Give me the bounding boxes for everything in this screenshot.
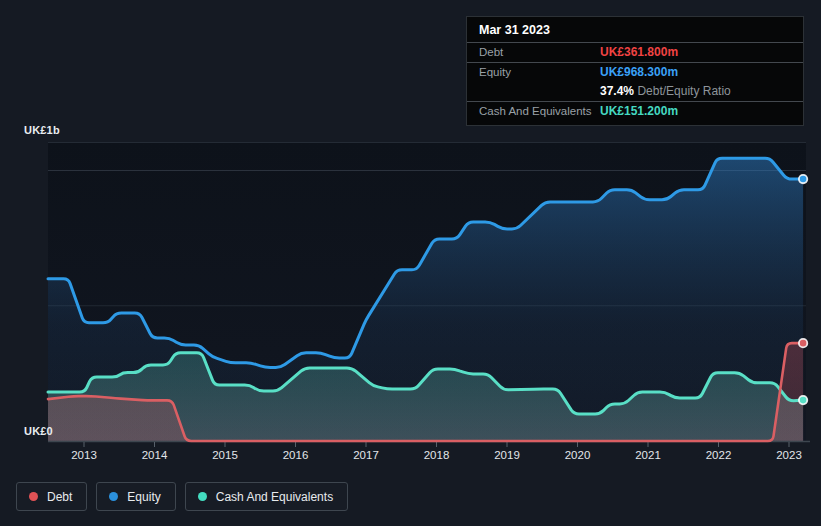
tooltip-cash-label: Cash And Equivalents [479,105,600,117]
x-axis-label-2023: 2023 [767,449,811,461]
y-axis-zero-label: UK£0 [24,425,53,437]
tooltip-cash-value: UK£151.200m [600,104,791,118]
x-axis-label-2021: 2021 [626,449,670,461]
x-axis-label-2013: 2013 [62,449,106,461]
tooltip-debt-label: Debt [479,46,600,58]
tooltip-row-debt: Debt UK£361.800m [467,42,803,62]
tooltip-date: Mar 31 2023 [467,17,803,42]
legend-dot-equity [109,492,118,501]
x-axis-label-2014: 2014 [133,449,177,461]
legend-dot-cash-and-equivalents [198,492,207,501]
x-axis-label-2022: 2022 [697,449,741,461]
chart-root: UK£1b UK£0 20132014201520162017201820192… [0,0,821,526]
endpoint-dot-cash-and-equivalents [799,396,807,404]
chart-tooltip: Mar 31 2023 Debt UK£361.800m Equity UK£9… [466,16,804,126]
x-axis-label-2016: 2016 [274,449,318,461]
tooltip-row-ratio: 37.4% Debt/Equity Ratio [467,82,803,101]
legend-item-cash-and-equivalents[interactable]: Cash And Equivalents [185,482,348,511]
tooltip-ratio-label: Debt/Equity Ratio [637,84,730,98]
legend-item-equity[interactable]: Equity [96,482,175,511]
tooltip-equity-label: Equity [479,66,600,78]
x-axis-label-2017: 2017 [344,449,388,461]
tooltip-row-equity: Equity UK£968.300m [467,62,803,82]
legend: DebtEquityCash And Equivalents [16,482,348,511]
x-axis-label-2019: 2019 [485,449,529,461]
legend-label-debt: Debt [47,490,72,504]
legend-dot-debt [29,492,38,501]
y-axis-max-label: UK£1b [24,124,60,136]
x-axis-label-2018: 2018 [415,449,459,461]
legend-item-debt[interactable]: Debt [16,482,87,511]
tooltip-equity-value: UK£968.300m [600,65,791,79]
tooltip-ratio-value: 37.4% [600,84,634,98]
legend-label-cash-and-equivalents: Cash And Equivalents [216,490,333,504]
endpoint-dot-equity [799,175,807,183]
x-axis-label-2015: 2015 [203,449,247,461]
legend-label-equity: Equity [127,490,160,504]
tooltip-row-cash: Cash And Equivalents UK£151.200m [467,101,803,125]
x-axis: 2013201420152016201720182019202020212022… [0,449,821,465]
endpoint-dot-debt [799,339,807,347]
tooltip-debt-value: UK£361.800m [600,45,791,59]
x-axis-label-2020: 2020 [556,449,600,461]
